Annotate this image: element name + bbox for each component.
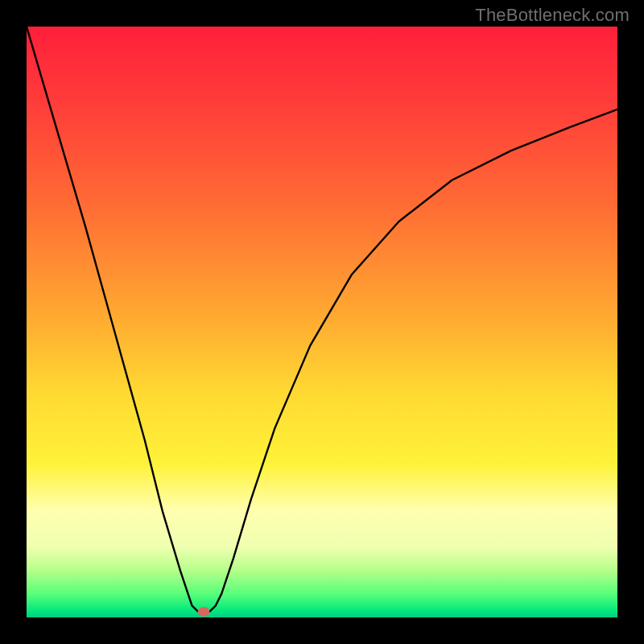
watermark-text: TheBottleneck.com: [475, 5, 630, 26]
chart-frame: TheBottleneck.com: [0, 0, 644, 644]
bottleneck-curve: [27, 27, 617, 617]
plot-area: [27, 27, 617, 617]
optimal-point-marker: [198, 607, 210, 617]
